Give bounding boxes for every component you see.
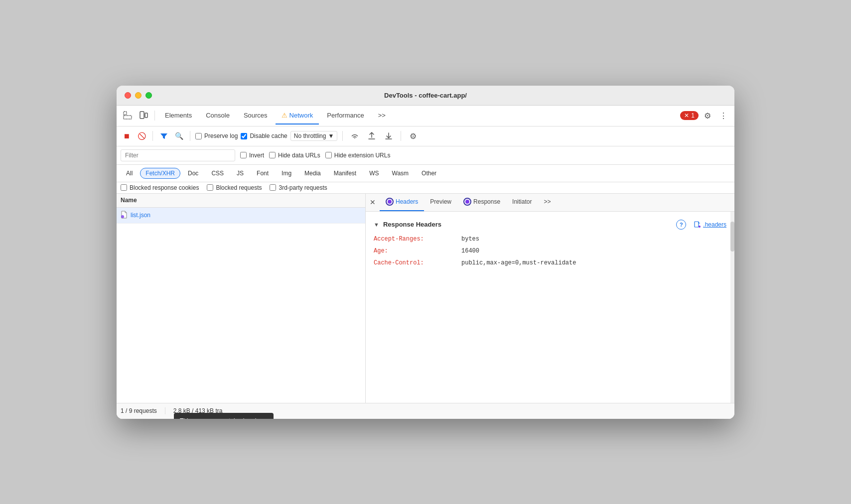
detail-tab-headers[interactable]: Headers xyxy=(380,194,424,212)
detail-tabs: ✕ Headers Preview xyxy=(366,194,734,212)
settings-icon-2[interactable]: ⚙ xyxy=(406,129,420,143)
stop-recording-button[interactable]: ⏹ xyxy=(121,130,133,142)
disable-cache-checkbox[interactable] xyxy=(241,133,247,139)
filter-js-btn[interactable]: JS xyxy=(231,168,249,179)
response-override-indicator xyxy=(463,198,471,206)
filter-wasm-btn[interactable]: Wasm xyxy=(387,168,415,179)
hide-data-urls-checkbox[interactable] xyxy=(269,152,276,158)
blocked-cookies-label[interactable]: Blocked response cookies xyxy=(121,184,199,191)
toolbar-divider-3 xyxy=(190,131,190,141)
details-panel: ✕ Headers Preview xyxy=(366,194,734,403)
minimize-button[interactable] xyxy=(135,92,142,99)
wifi-icon[interactable] xyxy=(348,129,362,143)
upload-icon[interactable] xyxy=(365,129,379,143)
header-row-cache-control: Cache-Control: public,max-age=0,must-rev… xyxy=(374,259,726,266)
tab-console[interactable]: Console xyxy=(200,107,236,125)
header-value-accept-ranges: bytes xyxy=(461,236,479,243)
svg-rect-3 xyxy=(145,113,147,118)
tab-network[interactable]: ⚠ Network xyxy=(276,107,319,125)
devtools-window: DevTools - coffee-cart.app/ Elem xyxy=(117,86,734,419)
close-detail-button[interactable]: ✕ xyxy=(366,195,380,209)
header-name-cache-control: Cache-Control: xyxy=(374,259,453,266)
requests-header: Name xyxy=(117,194,365,208)
svg-point-6 xyxy=(699,226,701,228)
download-icon[interactable] xyxy=(382,129,396,143)
filter-other-btn[interactable]: Other xyxy=(416,168,442,179)
maximize-button[interactable] xyxy=(145,92,152,99)
tab-elements[interactable]: Elements xyxy=(159,107,198,125)
file-icon xyxy=(121,211,128,220)
hide-extension-urls-checkbox[interactable] xyxy=(325,152,332,158)
inspector-icon[interactable] xyxy=(121,109,135,123)
filter-img-btn[interactable]: Img xyxy=(276,168,297,179)
preserve-log-checkbox-label[interactable]: Preserve log xyxy=(195,132,238,139)
invert-checkbox[interactable] xyxy=(240,152,247,158)
toolbar-divider-5 xyxy=(401,131,401,141)
request-row[interactable]: list.json xyxy=(117,208,365,224)
main-content: Name list.json This response cont xyxy=(117,194,734,403)
headers-file-link[interactable]: .headers xyxy=(694,221,726,228)
blocked-cookies-checkbox[interactable] xyxy=(121,184,127,191)
filter-doc-btn[interactable]: Doc xyxy=(182,168,204,179)
error-x-icon: ✕ xyxy=(684,112,689,119)
section-arrow-icon: ▼ xyxy=(374,222,379,228)
traffic-lights xyxy=(125,92,152,99)
titlebar: DevTools - coffee-cart.app/ xyxy=(117,86,734,106)
header-name-accept-ranges: Accept-Ranges: xyxy=(374,236,453,243)
scrollbar-thumb[interactable] xyxy=(730,222,734,252)
headers-override-indicator xyxy=(386,198,394,206)
third-party-requests-label[interactable]: 3rd-party requests xyxy=(270,184,327,191)
filter-media-btn[interactable]: Media xyxy=(299,168,326,179)
scrollbar-track xyxy=(730,212,734,403)
filter-fetch-xhr-btn[interactable]: Fetch/XHR xyxy=(140,168,180,179)
detail-tab-response[interactable]: Response xyxy=(457,194,506,212)
error-count: 1 xyxy=(691,112,695,119)
settings-icon[interactable]: ⚙ xyxy=(701,109,714,123)
filter-ws-btn[interactable]: WS xyxy=(364,168,384,179)
header-value-age: 16400 xyxy=(461,248,479,254)
requests-count: 1 / 9 requests xyxy=(121,407,157,414)
header-row-accept-ranges: Accept-Ranges: bytes xyxy=(374,236,726,243)
chevron-down-icon: ▼ xyxy=(328,132,334,139)
disable-cache-checkbox-label[interactable]: Disable cache xyxy=(241,132,287,139)
close-button[interactable] xyxy=(125,92,131,99)
detail-tab-initiator[interactable]: Initiator xyxy=(506,194,538,212)
section-header: ▼ Response Headers ? .headers xyxy=(374,220,726,230)
tab-sources[interactable]: Sources xyxy=(238,107,274,125)
filter-input[interactable] xyxy=(121,149,235,161)
invert-checkbox-label[interactable]: Invert xyxy=(240,152,264,159)
help-icon[interactable]: ? xyxy=(676,220,686,230)
error-badge[interactable]: ✕ 1 xyxy=(680,111,699,120)
svg-rect-1 xyxy=(124,116,132,119)
filter-font-btn[interactable]: Font xyxy=(251,168,274,179)
more-options-icon[interactable]: ⋮ xyxy=(716,109,730,123)
third-party-requests-checkbox[interactable] xyxy=(270,184,276,191)
hide-data-urls-checkbox-label[interactable]: Hide data URLs xyxy=(269,152,320,159)
blocked-row: Blocked response cookies Blocked request… xyxy=(117,182,734,194)
window-title: DevTools - coffee-cart.app/ xyxy=(384,92,467,99)
preserve-log-checkbox[interactable] xyxy=(195,133,202,139)
throttle-select[interactable]: No throttling ▼ xyxy=(290,131,338,141)
toolbar-divider-4 xyxy=(342,131,343,141)
detail-tab-more[interactable]: >> xyxy=(538,194,557,212)
response-override-dot-inner xyxy=(465,200,469,204)
blocked-requests-checkbox[interactable] xyxy=(207,184,213,191)
hide-extension-urls-checkbox-label[interactable]: Hide extension URLs xyxy=(325,152,391,159)
detail-tab-preview[interactable]: Preview xyxy=(424,194,457,212)
tab-performance[interactable]: Performance xyxy=(321,107,370,125)
search-icon[interactable]: 🔍 xyxy=(173,130,185,142)
svg-rect-5 xyxy=(695,222,699,227)
tab-more[interactable]: >> xyxy=(372,107,392,125)
filter-manifest-btn[interactable]: Manifest xyxy=(328,168,362,179)
request-name[interactable]: list.json xyxy=(131,212,150,219)
blocked-requests-label[interactable]: Blocked requests xyxy=(207,184,262,191)
second-toolbar: ⏹ 🚫 🔍 Preserve log Disable cache xyxy=(117,126,734,146)
device-mode-icon[interactable] xyxy=(137,109,150,123)
clear-button[interactable]: 🚫 xyxy=(136,130,147,142)
filter-all-btn[interactable]: All xyxy=(121,168,138,179)
status-divider xyxy=(165,407,165,414)
filter-css-btn[interactable]: CSS xyxy=(206,168,229,179)
filter-icon[interactable] xyxy=(158,130,170,142)
header-name-age: Age: xyxy=(374,248,453,254)
svg-rect-0 xyxy=(124,112,127,115)
